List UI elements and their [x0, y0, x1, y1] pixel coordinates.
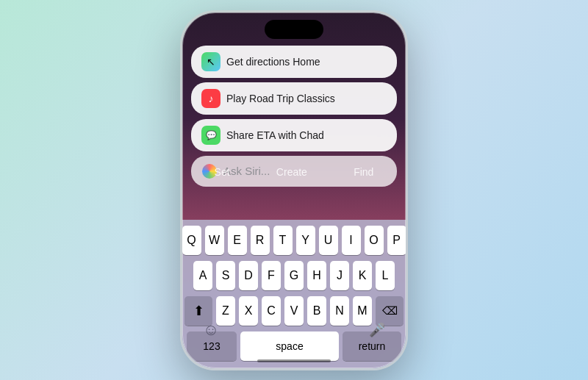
key-p[interactable]: P [387, 226, 406, 255]
key-t[interactable]: T [273, 226, 293, 255]
music-icon: ♪ [201, 89, 220, 108]
keyboard: Q W E R T Y U I O P A S D F G H J K [182, 220, 406, 368]
kbd-suggestion-set[interactable]: Set [207, 163, 237, 181]
suggestion-messages-text: Share ETA with Chad [226, 129, 324, 141]
suggestion-directions[interactable]: ↖ Get directions Home [191, 46, 397, 78]
dynamic-island [265, 20, 323, 39]
emoji-icon[interactable]: ☺ [201, 320, 221, 340]
key-i[interactable]: I [342, 226, 361, 255]
messages-icon: 💬 [201, 126, 220, 145]
suggestion-directions-text: Get directions Home [226, 56, 320, 68]
mic-icon[interactable]: 🎤 [367, 320, 387, 340]
maps-icon: ↖ [201, 52, 220, 71]
suggestion-music[interactable]: ♪ Play Road Trip Classics [191, 82, 397, 115]
key-s[interactable]: S [216, 261, 235, 290]
keyboard-row-2: A S D F G H J K L [187, 261, 401, 290]
kbd-suggestion-create[interactable]: Create [269, 163, 315, 181]
key-g[interactable]: G [284, 261, 304, 290]
keyboard-row-1: Q W E R T Y U I O P [187, 226, 401, 255]
key-r[interactable]: R [251, 226, 270, 255]
key-y[interactable]: Y [296, 226, 315, 255]
suggestion-messages[interactable]: 💬 Share ETA with Chad [191, 119, 397, 151]
key-h[interactable]: H [307, 261, 326, 290]
phone-screen: ↖ Get directions Home ♪ Play Road Trip C… [182, 12, 406, 368]
suggestion-music-text: Play Road Trip Classics [226, 93, 335, 104]
key-j[interactable]: J [330, 261, 349, 290]
key-w[interactable]: W [205, 226, 224, 255]
key-d[interactable]: D [239, 261, 258, 290]
bottom-bar: ☺ 🎤 [182, 320, 406, 340]
key-f[interactable]: F [262, 261, 281, 290]
key-l[interactable]: L [376, 261, 395, 290]
phone: ↖ Get directions Home ♪ Play Road Trip C… [180, 10, 408, 370]
kbd-suggestion-find[interactable]: Find [346, 163, 381, 181]
key-q[interactable]: Q [182, 226, 201, 255]
keyboard-suggestions-row: Set Create Find [191, 163, 397, 181]
key-u[interactable]: U [319, 226, 338, 255]
key-o[interactable]: O [365, 226, 384, 255]
home-indicator [257, 359, 331, 362]
key-k[interactable]: K [353, 261, 372, 290]
key-a[interactable]: A [193, 261, 212, 290]
key-e[interactable]: E [228, 226, 247, 255]
